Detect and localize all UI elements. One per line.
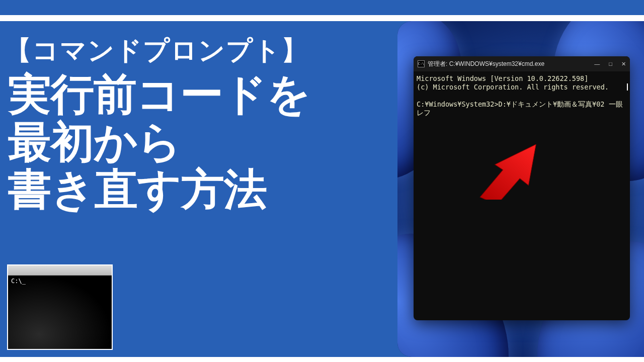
title-line-3: 書き直す方法: [8, 165, 267, 213]
thumb-prompt-text: C:\_: [11, 278, 26, 285]
close-button[interactable]: ✕: [621, 61, 626, 67]
window-controls: — □ ✕: [594, 61, 626, 67]
thumb-body: C:\_: [8, 276, 112, 349]
cmd-window-title: 管理者: C:¥WINDOWS¥system32¥cmd.exe: [428, 60, 591, 68]
divider-top: [0, 15, 644, 21]
divider-bottom: [0, 357, 644, 362]
cmd-icon: C:\: [418, 60, 425, 67]
cmd-prompt-line: C:¥Windows¥System32>D:¥ドキュメント¥動画＆写真¥02 一…: [417, 100, 623, 117]
thumb-titlebar: [8, 265, 112, 276]
cmd-body[interactable]: Microsoft Windows [Version 10.0.22622.59…: [414, 71, 630, 320]
title-line-1: 実行前コードを: [8, 70, 310, 118]
subtitle-text: 【コマンドプロンプト】: [5, 36, 308, 65]
cmd-output-line: (c) Microsoft Corporation. All rights re…: [417, 83, 609, 91]
cmd-titlebar[interactable]: C:\ 管理者: C:¥WINDOWS¥system32¥cmd.exe — □…: [414, 56, 630, 71]
maximize-button[interactable]: □: [609, 61, 612, 67]
title-line-2: 最初から: [8, 118, 181, 166]
minimize-button[interactable]: —: [594, 61, 600, 67]
cmd-output-line: Microsoft Windows [Version 10.0.22622.59…: [417, 74, 588, 82]
text-cursor: [627, 83, 628, 90]
cmd-window[interactable]: C:\ 管理者: C:¥WINDOWS¥system32¥cmd.exe — □…: [414, 56, 630, 320]
main-title: 実行前コードを 最初から 書き直す方法: [8, 70, 310, 213]
desktop-screenshot: C:\ 管理者: C:¥WINDOWS¥system32¥cmd.exe — □…: [397, 21, 644, 357]
cmd-thumbnail: C:\_: [7, 264, 113, 350]
